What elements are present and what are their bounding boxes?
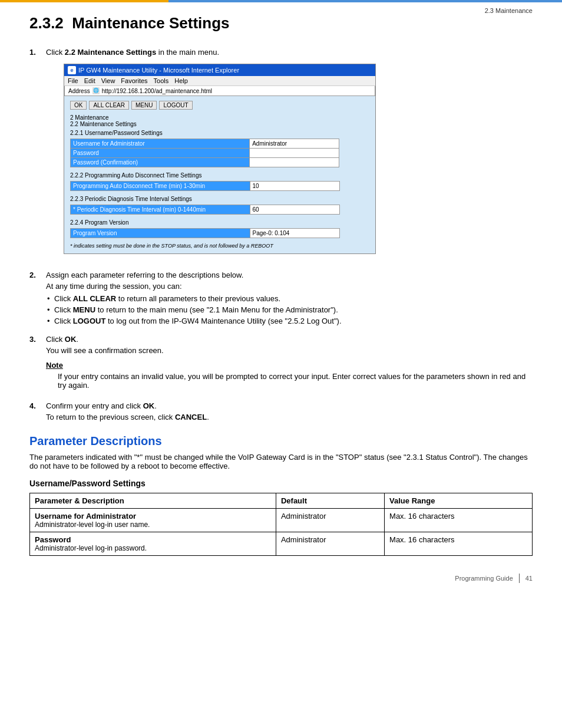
col-header-range: Value Range: [385, 493, 533, 509]
browser-titlebar-text: IP GW4 Maintenance Utility - Microsoft I…: [78, 67, 239, 74]
browser-footer-note: * indicates setting must be done in the …: [70, 243, 369, 249]
value-cell: Page-0: 0.104: [250, 229, 339, 238]
bullet-3: Click LOGOUT to log out from the IP-GW4 …: [46, 315, 533, 327]
bullet-1: Click ALL CLEAR to return all parameters…: [46, 293, 533, 304]
menu-file[interactable]: File: [68, 77, 78, 84]
col-header-default: Default: [276, 493, 384, 509]
step-4-content: Confirm your entry and click OK. To retu…: [46, 401, 533, 424]
address-value[interactable]: http://192.168.1.200/ad_maintenance.html: [102, 88, 212, 94]
subsection-3-table: * Periodic Diagnosis Time Interval (min)…: [70, 205, 369, 215]
browser-buttons-row: OK ALL CLEAR MENU LOGOUT: [70, 101, 369, 110]
label-cell: Username for Administrator: [71, 139, 250, 149]
step-2: 2. Assign each parameter referring to th…: [29, 271, 533, 329]
param-table-header-row: Parameter & Description Default Value Ra…: [30, 493, 533, 509]
subsection-1-table: Username for Administrator Administrator…: [70, 139, 369, 167]
menu-help[interactable]: Help: [174, 77, 188, 84]
spacer-cell: [339, 158, 369, 167]
browser-titlebar-icon: e: [68, 66, 76, 74]
table-row: Programming Auto Disconnect Time (min) 1…: [71, 182, 370, 191]
label-cell: Program Version: [71, 229, 250, 238]
section-label-top: 2.3 Maintenance: [485, 7, 533, 14]
table-row: * Periodic Diagnosis Time Interval (min)…: [71, 205, 370, 215]
param-default-password: Administrator: [276, 532, 384, 556]
step-4-number: 4.: [29, 401, 46, 410]
subsection-4-title: 2.2.4 Program Version: [70, 219, 369, 226]
subsection-2-title: 2.2.2 Programming Auto Disconnect Time S…: [70, 172, 369, 179]
all-clear-button[interactable]: ALL CLEAR: [89, 101, 129, 110]
param-desc: The parameters indicated with "*" must b…: [29, 453, 533, 470]
menu-tools[interactable]: Tools: [154, 77, 169, 84]
spacer-cell: [339, 182, 369, 191]
param-row-username: Username for Administrator Administrator…: [30, 509, 533, 532]
param-range-username: Max. 16 characters: [385, 509, 533, 532]
logout-button[interactable]: LOGOUT: [159, 101, 192, 110]
subsection-3-title: 2.2.3 Periodic Diagnosis Time Interval S…: [70, 196, 369, 202]
menu-edit[interactable]: Edit: [84, 77, 95, 84]
param-table: Parameter & Description Default Value Ra…: [29, 493, 533, 556]
subsection-3: 2.2.3 Periodic Diagnosis Time Interval S…: [70, 196, 369, 215]
label-cell: * Periodic Diagnosis Time Interval (min)…: [71, 205, 250, 215]
menu-view[interactable]: View: [101, 77, 115, 84]
step-1-bold: 2.2 Maintenance Settings: [65, 48, 156, 57]
menu-favorites[interactable]: Favorites: [121, 77, 147, 84]
step-1-text: Click: [46, 48, 62, 57]
subsection-1: 2.2.1 Username/Password Settings Usernam…: [70, 130, 369, 167]
subsection-username-heading: Username/Password Settings: [29, 479, 533, 488]
param-row-password: Password Administrator-level log-in pass…: [30, 532, 533, 556]
param-range-password: Max. 16 characters: [385, 532, 533, 556]
ok-button[interactable]: OK: [70, 101, 87, 110]
table-row: Password: [71, 149, 369, 158]
value-cell[interactable]: 60: [250, 205, 339, 215]
step-3-subtext: You will see a confirmation screen.: [46, 346, 533, 355]
label-cell: Programming Auto Disconnect Time (min) 1…: [71, 182, 250, 191]
note-label: Note: [46, 361, 533, 370]
step-1-content: Click 2.2 Maintenance Settings in the ma…: [46, 48, 533, 265]
step-2-number: 2.: [29, 271, 46, 279]
step-3-number: 3.: [29, 335, 46, 344]
subsection-2: 2.2.2 Programming Auto Disconnect Time S…: [70, 172, 369, 191]
subsection-1-title: 2.2.1 Username/Password Settings: [70, 130, 369, 136]
address-label: Address: [68, 88, 90, 94]
browser-window: e IP GW4 Maintenance Utility - Microsoft…: [64, 64, 376, 254]
note-block: Note If your entry contains an invalid v…: [46, 361, 533, 390]
spacer-cell: [339, 149, 369, 158]
subsection-4-table: Program Version Page-0: 0.104: [70, 228, 369, 238]
address-icon: 🌐: [92, 87, 100, 94]
step-3-text: Click OK.: [46, 335, 533, 344]
value-cell[interactable]: Administrator: [250, 139, 339, 149]
label-cell: Password: [71, 149, 250, 158]
note-text: If your entry contains an invalid value,…: [58, 372, 533, 390]
browser-menubar[interactable]: File Edit View Favorites Tools Help: [64, 76, 375, 86]
bullet-2: Click MENU to return to the main menu (s…: [46, 304, 533, 315]
step-2-bullets: Click ALL CLEAR to return all parameters…: [46, 293, 533, 327]
step-4: 4. Confirm your entry and click OK. To r…: [29, 401, 533, 424]
subsection-4: 2.2.4 Program Version Program Version Pa…: [70, 219, 369, 238]
step-1-number: 1.: [29, 48, 46, 57]
label-cell: Password (Confirmation): [71, 158, 250, 167]
browser-addressbar[interactable]: Address 🌐 http://192.168.1.200/ad_mainte…: [64, 86, 375, 96]
footer-text: Programming Guide: [455, 575, 513, 582]
param-name-password: Password Administrator-level log-in pass…: [30, 532, 276, 556]
table-row: Username for Administrator Administrator: [71, 139, 369, 149]
value-cell[interactable]: 10: [250, 182, 339, 191]
step-2-subtext: At any time during the session, you can:: [46, 282, 533, 291]
step-1: 1. Click 2.2 Maintenance Settings in the…: [29, 48, 533, 265]
browser-content: OK ALL CLEAR MENU LOGOUT 2 Maintenance 2…: [64, 96, 375, 253]
footer-divider: [519, 574, 520, 583]
step-4-text: Confirm your entry and click OK.: [46, 401, 533, 410]
page-footer: Programming Guide 41: [455, 574, 533, 583]
param-heading: Parameter Descriptions: [29, 434, 533, 448]
step-3: 3. Click OK. You will see a confirmation…: [29, 335, 533, 396]
step-4-subtext: To return to the previous screen, click …: [46, 413, 533, 421]
subsection-2-table: Programming Auto Disconnect Time (min) 1…: [70, 181, 369, 191]
browser-titlebar: e IP GW4 Maintenance Utility - Microsoft…: [64, 64, 375, 76]
value-cell[interactable]: [250, 158, 339, 167]
browser-breadcrumb: 2 Maintenance 2.2 Maintenance Settings: [70, 114, 369, 127]
section-heading: 2.3.2 Maintenance Settings: [29, 14, 533, 36]
value-cell[interactable]: [250, 149, 339, 158]
table-row: Password (Confirmation): [71, 158, 369, 167]
menu-button[interactable]: MENU: [131, 101, 157, 110]
table-row: Program Version Page-0: 0.104: [71, 229, 370, 238]
spacer-cell: [339, 139, 369, 149]
step-3-content: Click OK. You will see a confirmation sc…: [46, 335, 533, 396]
